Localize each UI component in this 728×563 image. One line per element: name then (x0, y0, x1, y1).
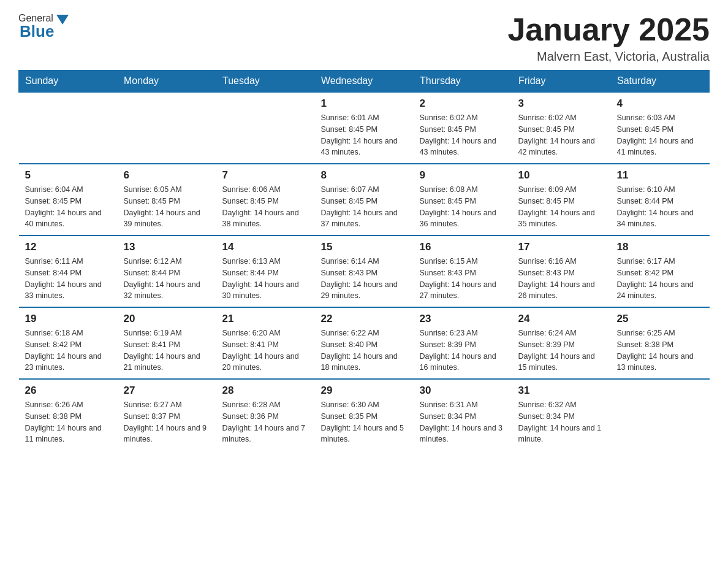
day-info: Sunrise: 6:13 AMSunset: 8:44 PMDaylight:… (222, 256, 309, 302)
day-number: 3 (518, 98, 605, 110)
calendar-cell (611, 379, 710, 450)
calendar-cell: 25Sunrise: 6:25 AMSunset: 8:38 PMDayligh… (611, 307, 710, 379)
day-number: 9 (420, 169, 506, 182)
day-info: Sunrise: 6:28 AMSunset: 8:36 PMDaylight:… (222, 399, 309, 445)
calendar-cell: 31Sunrise: 6:32 AMSunset: 8:34 PMDayligh… (512, 379, 611, 450)
calendar-cell: 23Sunrise: 6:23 AMSunset: 8:39 PMDayligh… (414, 307, 512, 379)
calendar-table: SundayMondayTuesdayWednesdayThursdayFrid… (18, 70, 710, 450)
calendar-cell: 24Sunrise: 6:24 AMSunset: 8:39 PMDayligh… (512, 307, 611, 379)
calendar-cell: 29Sunrise: 6:30 AMSunset: 8:35 PMDayligh… (315, 379, 414, 450)
day-number: 10 (518, 169, 605, 182)
calendar-cell: 16Sunrise: 6:15 AMSunset: 8:43 PMDayligh… (414, 236, 512, 307)
day-info: Sunrise: 6:22 AMSunset: 8:40 PMDaylight:… (321, 327, 408, 373)
day-info: Sunrise: 6:27 AMSunset: 8:37 PMDaylight:… (124, 399, 210, 445)
day-info: Sunrise: 6:02 AMSunset: 8:45 PMDaylight:… (518, 112, 605, 158)
day-number: 28 (222, 385, 309, 397)
day-info: Sunrise: 6:17 AMSunset: 8:42 PMDaylight:… (617, 256, 703, 302)
calendar-cell: 27Sunrise: 6:27 AMSunset: 8:37 PMDayligh… (118, 379, 216, 450)
day-number: 1 (321, 98, 408, 110)
day-number: 17 (518, 241, 605, 253)
day-info: Sunrise: 6:14 AMSunset: 8:43 PMDaylight:… (321, 256, 408, 302)
calendar-cell: 13Sunrise: 6:12 AMSunset: 8:44 PMDayligh… (118, 236, 216, 307)
day-number: 21 (222, 313, 309, 325)
month-title: January 2025 (507, 12, 710, 47)
day-number: 5 (25, 169, 112, 182)
calendar-cell: 15Sunrise: 6:14 AMSunset: 8:43 PMDayligh… (315, 236, 414, 307)
calendar-cell (216, 92, 315, 164)
day-info: Sunrise: 6:18 AMSunset: 8:42 PMDaylight:… (25, 327, 112, 373)
day-info: Sunrise: 6:16 AMSunset: 8:43 PMDaylight:… (518, 256, 605, 302)
day-info: Sunrise: 6:11 AMSunset: 8:44 PMDaylight:… (25, 256, 112, 302)
calendar-cell: 8Sunrise: 6:07 AMSunset: 8:45 PMDaylight… (315, 164, 414, 236)
calendar-week-row: 1Sunrise: 6:01 AMSunset: 8:45 PMDaylight… (19, 92, 710, 164)
calendar-cell: 14Sunrise: 6:13 AMSunset: 8:44 PMDayligh… (216, 236, 315, 307)
title-area: January 2025 Malvern East, Victoria, Aus… (507, 12, 710, 64)
calendar-cell: 18Sunrise: 6:17 AMSunset: 8:42 PMDayligh… (611, 236, 710, 307)
calendar-cell: 30Sunrise: 6:31 AMSunset: 8:34 PMDayligh… (414, 379, 512, 450)
calendar-cell: 19Sunrise: 6:18 AMSunset: 8:42 PMDayligh… (19, 307, 118, 379)
day-info: Sunrise: 6:24 AMSunset: 8:39 PMDaylight:… (518, 327, 605, 373)
day-number: 12 (25, 241, 112, 253)
day-info: Sunrise: 6:32 AMSunset: 8:34 PMDaylight:… (518, 399, 605, 445)
calendar-header-row: SundayMondayTuesdayWednesdayThursdayFrid… (19, 71, 710, 93)
calendar-cell: 7Sunrise: 6:06 AMSunset: 8:45 PMDaylight… (216, 164, 315, 236)
calendar-cell: 3Sunrise: 6:02 AMSunset: 8:45 PMDaylight… (512, 92, 611, 164)
day-number: 2 (420, 98, 506, 110)
calendar-cell: 4Sunrise: 6:03 AMSunset: 8:45 PMDaylight… (611, 92, 710, 164)
calendar-header-friday: Friday (512, 71, 611, 93)
calendar-cell: 22Sunrise: 6:22 AMSunset: 8:40 PMDayligh… (315, 307, 414, 379)
day-info: Sunrise: 6:06 AMSunset: 8:45 PMDaylight:… (222, 184, 309, 230)
day-info: Sunrise: 6:20 AMSunset: 8:41 PMDaylight:… (222, 327, 309, 373)
day-info: Sunrise: 6:03 AMSunset: 8:45 PMDaylight:… (617, 112, 703, 158)
calendar-cell: 1Sunrise: 6:01 AMSunset: 8:45 PMDaylight… (315, 92, 414, 164)
calendar-header-wednesday: Wednesday (315, 71, 414, 93)
day-number: 11 (617, 169, 703, 182)
calendar-cell: 17Sunrise: 6:16 AMSunset: 8:43 PMDayligh… (512, 236, 611, 307)
logo-blue-text: Blue (20, 22, 54, 41)
day-info: Sunrise: 6:09 AMSunset: 8:45 PMDaylight:… (518, 184, 605, 230)
day-info: Sunrise: 6:08 AMSunset: 8:45 PMDaylight:… (420, 184, 506, 230)
calendar-cell: 5Sunrise: 6:04 AMSunset: 8:45 PMDaylight… (19, 164, 118, 236)
calendar-week-row: 5Sunrise: 6:04 AMSunset: 8:45 PMDaylight… (19, 164, 710, 236)
day-number: 8 (321, 169, 408, 182)
day-info: Sunrise: 6:05 AMSunset: 8:45 PMDaylight:… (124, 184, 210, 230)
calendar-header-monday: Monday (118, 71, 216, 93)
day-info: Sunrise: 6:25 AMSunset: 8:38 PMDaylight:… (617, 327, 703, 373)
calendar-header-saturday: Saturday (611, 71, 710, 93)
calendar-cell: 20Sunrise: 6:19 AMSunset: 8:41 PMDayligh… (118, 307, 216, 379)
calendar-header-thursday: Thursday (414, 71, 512, 93)
day-info: Sunrise: 6:19 AMSunset: 8:41 PMDaylight:… (124, 327, 210, 373)
day-number: 7 (222, 169, 309, 182)
day-number: 15 (321, 241, 408, 253)
calendar-cell: 2Sunrise: 6:02 AMSunset: 8:45 PMDaylight… (414, 92, 512, 164)
day-number: 16 (420, 241, 506, 253)
day-info: Sunrise: 6:30 AMSunset: 8:35 PMDaylight:… (321, 399, 408, 445)
day-number: 4 (617, 98, 703, 110)
calendar-cell (19, 92, 118, 164)
day-info: Sunrise: 6:07 AMSunset: 8:45 PMDaylight:… (321, 184, 408, 230)
day-info: Sunrise: 6:04 AMSunset: 8:45 PMDaylight:… (25, 184, 112, 230)
calendar-week-row: 19Sunrise: 6:18 AMSunset: 8:42 PMDayligh… (19, 307, 710, 379)
day-number: 30 (420, 385, 506, 397)
logo-arrow-icon (56, 15, 69, 25)
day-info: Sunrise: 6:26 AMSunset: 8:38 PMDaylight:… (25, 399, 112, 445)
day-number: 31 (518, 385, 605, 397)
day-number: 29 (321, 385, 408, 397)
calendar-cell (118, 92, 216, 164)
calendar-cell: 9Sunrise: 6:08 AMSunset: 8:45 PMDaylight… (414, 164, 512, 236)
calendar-week-row: 12Sunrise: 6:11 AMSunset: 8:44 PMDayligh… (19, 236, 710, 307)
calendar-cell: 6Sunrise: 6:05 AMSunset: 8:45 PMDaylight… (118, 164, 216, 236)
calendar-cell: 26Sunrise: 6:26 AMSunset: 8:38 PMDayligh… (19, 379, 118, 450)
day-number: 19 (25, 313, 112, 325)
day-info: Sunrise: 6:12 AMSunset: 8:44 PMDaylight:… (124, 256, 210, 302)
day-number: 25 (617, 313, 703, 325)
day-info: Sunrise: 6:31 AMSunset: 8:34 PMDaylight:… (420, 399, 506, 445)
calendar-cell: 10Sunrise: 6:09 AMSunset: 8:45 PMDayligh… (512, 164, 611, 236)
day-number: 27 (124, 385, 210, 397)
logo: General Blue (18, 12, 69, 41)
day-number: 6 (124, 169, 210, 182)
day-number: 22 (321, 313, 408, 325)
calendar-cell: 11Sunrise: 6:10 AMSunset: 8:44 PMDayligh… (611, 164, 710, 236)
page-header: General Blue January 2025 Malvern East, … (18, 12, 710, 64)
calendar-cell: 28Sunrise: 6:28 AMSunset: 8:36 PMDayligh… (216, 379, 315, 450)
